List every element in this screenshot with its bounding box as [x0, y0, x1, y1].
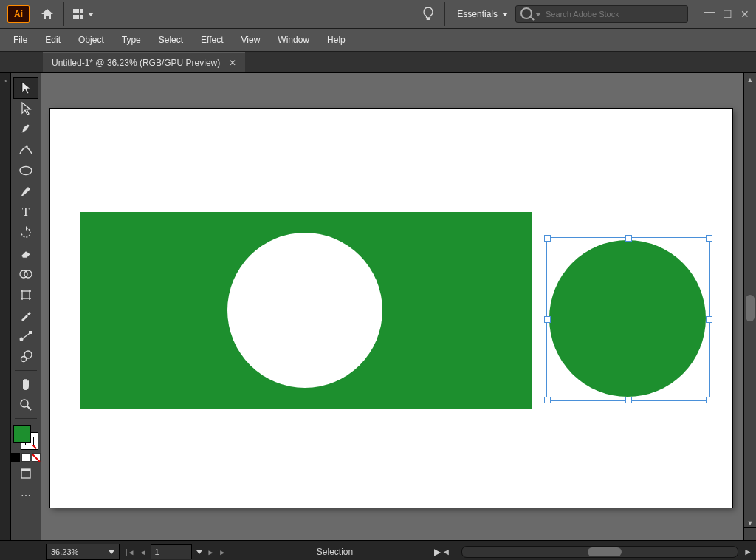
- direct-selection-tool[interactable]: [14, 98, 38, 119]
- vertical-scrollbar[interactable]: ▲ ▼: [743, 73, 756, 540]
- menu-type[interactable]: Type: [113, 30, 150, 49]
- svg-point-4: [24, 270, 32, 278]
- svg-point-10: [21, 400, 28, 407]
- ellipse-tool[interactable]: [14, 160, 38, 181]
- close-tab-button[interactable]: ✕: [229, 58, 236, 68]
- window-minimize-button[interactable]: —: [704, 5, 715, 17]
- workspace-label: Essentials: [457, 9, 498, 19]
- screen-mode-button[interactable]: [14, 462, 38, 485]
- scroll-corner: [744, 527, 756, 540]
- zoom-value: 36.23%: [51, 547, 78, 556]
- color-mode-gradient[interactable]: [21, 453, 30, 462]
- home-button[interactable]: [35, 3, 59, 25]
- svg-rect-5: [22, 291, 30, 298]
- tool-panel: T: [11, 73, 41, 540]
- color-mode-row: [11, 453, 41, 462]
- fill-stroke-swatch[interactable]: [13, 425, 38, 450]
- panel-gutter: ››: [0, 73, 11, 540]
- document-tab-title: Untitled-1* @ 36.23% (RGB/GPU Preview): [52, 58, 220, 68]
- zoom-level-combo[interactable]: 36.23%: [46, 544, 120, 560]
- workspace-switcher[interactable]: Essentials: [450, 9, 515, 19]
- artboard-nav: |◄ ◄ 1 ► ►|: [126, 544, 228, 559]
- artboard-number-input[interactable]: 1: [151, 544, 192, 559]
- rotate-tool[interactable]: [14, 222, 38, 243]
- selection-tool[interactable]: [14, 78, 38, 98]
- zoom-tool[interactable]: [14, 395, 38, 415]
- chevron-down-icon: [109, 550, 114, 554]
- status-menu-button[interactable]: ▶: [434, 547, 441, 557]
- selection-handle[interactable]: [706, 235, 712, 242]
- document-tab-bar: Untitled-1* @ 36.23% (RGB/GPU Preview) ✕: [0, 52, 756, 73]
- scale-tool[interactable]: [14, 346, 38, 367]
- lightbulb-help-button[interactable]: [416, 3, 440, 25]
- menu-object[interactable]: Object: [69, 30, 113, 49]
- scroll-right-button[interactable]: ►: [743, 547, 753, 557]
- canvas-area[interactable]: [41, 73, 743, 540]
- menu-edit[interactable]: Edit: [36, 30, 69, 49]
- scroll-down-button[interactable]: ▼: [744, 519, 756, 527]
- pen-tool[interactable]: [14, 119, 38, 140]
- chevron-down-icon: [502, 13, 508, 16]
- chevron-down-icon[interactable]: [196, 550, 202, 554]
- eraser-tool[interactable]: [14, 243, 38, 264]
- status-mode-label: Selection: [317, 547, 353, 557]
- hand-tool[interactable]: [14, 374, 38, 395]
- menu-bar: File Edit Object Type Select Effect View…: [0, 29, 756, 52]
- paintbrush-tool[interactable]: [14, 181, 38, 202]
- selection-handle[interactable]: [625, 397, 632, 403]
- app-title-bar: Ai Essentials — ☐ ✕: [0, 0, 756, 29]
- last-artboard-button[interactable]: ►|: [219, 548, 228, 556]
- edit-toolbar-button[interactable]: ⋯: [14, 485, 38, 506]
- curvature-tool[interactable]: [14, 140, 38, 160]
- svg-rect-12: [21, 469, 30, 471]
- svg-text:T: T: [22, 205, 30, 218]
- fill-swatch[interactable]: [13, 425, 31, 443]
- color-mode-none[interactable]: [32, 453, 41, 462]
- gradient-tool[interactable]: [14, 326, 38, 346]
- status-bar: 36.23% |◄ ◄ 1 ► ►| Selection ▶ ◄ ►: [0, 540, 756, 560]
- selection-handle[interactable]: [544, 397, 551, 403]
- window-close-button[interactable]: ✕: [740, 8, 750, 20]
- svg-point-6: [20, 338, 24, 341]
- eyedropper-tool[interactable]: [14, 305, 38, 326]
- menu-help[interactable]: Help: [318, 30, 354, 49]
- stock-search[interactable]: [515, 5, 688, 23]
- search-icon: [520, 7, 532, 21]
- menu-view[interactable]: View: [233, 30, 269, 49]
- svg-point-1: [20, 167, 32, 175]
- stock-search-input[interactable]: [544, 9, 683, 19]
- chevron-down-icon: [88, 13, 94, 16]
- shape-white-circle[interactable]: [227, 233, 382, 388]
- shape-builder-tool[interactable]: [14, 264, 38, 284]
- window-maximize-button[interactable]: ☐: [722, 8, 732, 20]
- scroll-thumb[interactable]: [746, 295, 755, 321]
- document-tab[interactable]: Untitled-1* @ 36.23% (RGB/GPU Preview) ✕: [43, 52, 245, 72]
- scroll-thumb[interactable]: [588, 547, 622, 556]
- prev-artboard-button[interactable]: ◄: [140, 548, 147, 556]
- first-artboard-button[interactable]: |◄: [126, 548, 135, 556]
- menu-select[interactable]: Select: [150, 30, 192, 49]
- scroll-left-button[interactable]: ◄: [441, 547, 451, 557]
- svg-point-3: [20, 270, 27, 278]
- color-mode-solid[interactable]: [11, 453, 20, 462]
- scroll-up-button[interactable]: ▲: [744, 76, 756, 83]
- artboard[interactable]: [50, 109, 732, 508]
- artboard-tool[interactable]: [14, 284, 38, 305]
- menu-effect[interactable]: Effect: [192, 30, 232, 49]
- selection-handle[interactable]: [706, 397, 712, 403]
- app-logo: Ai: [7, 5, 30, 23]
- menu-window[interactable]: Window: [269, 30, 318, 49]
- svg-rect-0: [427, 18, 430, 20]
- document-arrange-menu[interactable]: [69, 3, 98, 25]
- svg-rect-7: [29, 331, 32, 334]
- svg-point-9: [24, 351, 32, 358]
- shape-green-circle-selected[interactable]: [549, 240, 706, 397]
- selection-handle[interactable]: [706, 316, 712, 323]
- horizontal-scrollbar[interactable]: [461, 546, 738, 558]
- next-artboard-button[interactable]: ►: [207, 548, 214, 556]
- chevron-down-icon: [535, 13, 541, 16]
- selection-handle[interactable]: [544, 235, 551, 242]
- menu-file[interactable]: File: [4, 30, 36, 49]
- type-tool[interactable]: T: [14, 202, 38, 222]
- collapse-panels-icon[interactable]: ››: [4, 78, 5, 84]
